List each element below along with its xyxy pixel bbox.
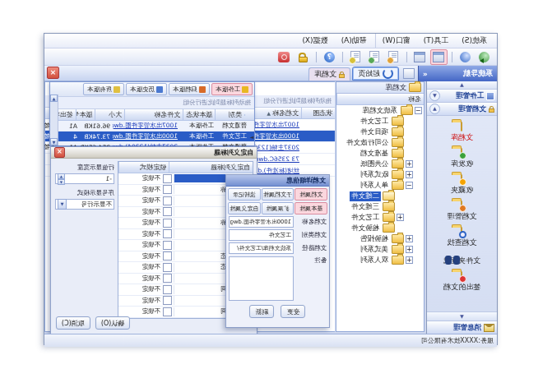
properties-tab-自定义属性[interactable]: 自定义属性 <box>228 202 261 214</box>
tree-node[interactable]: +美式系列 <box>336 244 424 255</box>
field-input[interactable]: 工艺文件 <box>229 229 294 241</box>
mdi-window-icon[interactable] <box>403 68 415 79</box>
tree-node[interactable]: 基准文档 <box>336 148 424 159</box>
globe-go-button[interactable] <box>476 49 493 65</box>
window-cascade-button[interactable] <box>430 49 448 65</box>
field-input[interactable]: 系统文档库/工艺文件/ <box>229 242 294 254</box>
lock-checkbox[interactable] <box>163 174 172 183</box>
properties-tab-扩展属性[interactable]: 扩展属性 <box>262 202 295 214</box>
menu-item[interactable]: 系统(S) <box>455 34 494 48</box>
remark-textarea[interactable] <box>229 256 294 301</box>
tree-node[interactable]: 公司行政文件 <box>336 137 424 148</box>
scroll-down-arrow-icon[interactable]: ▼ <box>50 138 58 145</box>
lock-button[interactable] <box>295 49 312 65</box>
sidebar-group-文档管理[interactable]: 文档管理▲ <box>427 103 497 116</box>
sidebar-item-文件夹查找[interactable]: 文件夹查找 <box>427 251 497 270</box>
version-col-版本号[interactable]: 版本号 <box>76 109 95 120</box>
lock-checkbox[interactable] <box>163 296 172 305</box>
seq-mode-select[interactable]: 不显示行号 ▼ <box>55 199 114 210</box>
doc-edit-button[interactable] <box>385 49 402 65</box>
tree-node[interactable]: −系统文档库 <box>336 105 424 116</box>
lock-checkbox[interactable] <box>163 207 172 216</box>
tree-node[interactable]: +公共图纸 <box>336 159 424 169</box>
lock-checkbox[interactable] <box>163 274 172 283</box>
help-ball-button[interactable]: ? <box>321 49 338 65</box>
expand-icon[interactable]: + <box>406 246 413 253</box>
change-button[interactable]: 变更 <box>281 305 306 318</box>
sidebar-group-工作管理[interactable]: 工作管理▼ <box>427 90 497 103</box>
expand-icon[interactable]: + <box>397 214 404 221</box>
properties-title-bar[interactable]: 文档详细信息 <box>226 175 329 187</box>
lock-checkbox[interactable] <box>163 185 172 194</box>
version-row[interactable]: ►工艺文件工作版本1000出水管零件图.dwg73.74KB4未签出 <box>50 131 254 142</box>
chevron-down-icon[interactable]: ▼ <box>58 199 67 210</box>
lock-checkbox[interactable] <box>163 219 172 228</box>
sidebar-scroll-up[interactable]: ▲ <box>427 81 497 90</box>
doc-new-button[interactable] <box>347 49 364 65</box>
version-col-大小[interactable]: 大小 <box>95 109 124 120</box>
tree-node[interactable]: 工艺文件 <box>336 116 424 127</box>
tab-起始页[interactable]: 起始页 <box>352 67 399 81</box>
lock-checkbox[interactable] <box>163 307 172 316</box>
close-icon[interactable]: × <box>54 147 65 158</box>
properties-tab-基本属性[interactable]: 基本属性 <box>295 202 327 214</box>
ok-button[interactable]: 确认(O) <box>95 316 131 330</box>
chevron-up-icon[interactable]: ▲ <box>429 104 440 114</box>
sidebar-item-签出的文档[interactable]: 签出的文档 <box>427 270 497 296</box>
sidebar-item-文档库[interactable]: 文档库 <box>427 120 497 146</box>
expand-icon[interactable]: + <box>406 256 413 264</box>
version-filter-所有版本[interactable]: 所有版本 <box>83 83 124 95</box>
expand-icon[interactable]: + <box>406 171 413 178</box>
version-col-类别[interactable]: 类别 <box>215 109 244 120</box>
version-col-版本状态[interactable]: 版本状态 <box>183 109 215 120</box>
tree-column-header[interactable]: 名称 <box>336 94 424 105</box>
globe-button[interactable] <box>457 49 474 65</box>
tree-node[interactable]: +欧式系列 <box>336 169 424 180</box>
sidebar-item-文档查找[interactable]: 文档查找 <box>427 225 497 251</box>
sidebar-item-收发库[interactable]: 收发库 <box>427 146 497 173</box>
tree-node[interactable]: +检验报告 <box>336 233 424 244</box>
menu-item[interactable]: 数据(X) <box>295 34 334 48</box>
version-filter-工作版本[interactable]: 工作版本 <box>211 83 253 95</box>
tree-node[interactable]: −单人系列 <box>336 180 424 191</box>
menu-item[interactable]: 帮助(A) <box>335 34 374 48</box>
power-button[interactable] <box>276 49 293 65</box>
menu-item[interactable]: 工具(T) <box>417 34 456 48</box>
properties-tab-流转记录[interactable]: 流转记录 <box>228 188 261 201</box>
document-link[interactable]: 73 2356C.dwg <box>255 155 299 163</box>
tree-node[interactable]: 项目文件 <box>336 127 424 137</box>
spinner-icons[interactable]: ▲▼ <box>58 173 65 185</box>
tree-node[interactable]: +双人系列 <box>336 255 424 265</box>
tree-node[interactable]: +工艺文件 <box>336 212 424 223</box>
collapse-sidebar-icon[interactable]: « <box>423 70 428 78</box>
version-filter-历史版本[interactable]: 历史版本 <box>126 83 167 95</box>
version-row[interactable]: 普通文档工作版本1007出水管零件图.dwg96.61KBA1未签出 <box>50 121 254 131</box>
row-height-stepper[interactable]: -1 ▲▼ <box>55 173 114 184</box>
doc-open-button[interactable] <box>366 49 383 65</box>
lock-checkbox[interactable] <box>163 285 172 294</box>
sidebar-item-收藏夹[interactable]: 收藏夹 <box>427 173 497 199</box>
version-filter-归档版本[interactable]: 归档版本 <box>169 83 210 95</box>
menu-item[interactable]: 窗口(W) <box>375 34 417 48</box>
version-col-文件名称[interactable]: 文件名称 <box>124 109 183 120</box>
tree-node[interactable]: 三维文件 <box>336 201 424 212</box>
tab-文档库[interactable]: 文档库 <box>309 67 350 81</box>
vertical-scrollbar[interactable]: ▲ ▼ <box>50 95 58 145</box>
lock-checkbox[interactable] <box>163 318 172 319</box>
lock-checkbox[interactable] <box>163 251 172 261</box>
field-input[interactable]: 1000出水管零件图.dwg <box>229 216 294 228</box>
tree-node[interactable]: 检验文件 <box>336 223 424 233</box>
lock-checkbox[interactable] <box>163 263 172 272</box>
expand-icon[interactable]: + <box>406 160 413 168</box>
window-tile-button[interactable] <box>411 49 429 65</box>
dialog-title-bar[interactable]: 自定义列标题 × <box>51 147 257 159</box>
refresh-button[interactable]: 刷新 <box>250 305 275 318</box>
lock-checkbox[interactable] <box>163 241 172 250</box>
nav-header[interactable]: 系统导航 « <box>418 66 497 81</box>
expand-icon[interactable]: + <box>406 235 413 242</box>
collapse-icon[interactable]: − <box>415 107 422 114</box>
sidebar-item-文档管理[interactable]: 文档管理 <box>427 199 497 225</box>
cancel-button[interactable]: 取消(C) <box>56 316 90 330</box>
tree-node[interactable]: 二维文件 <box>336 191 424 201</box>
lock-checkbox[interactable] <box>163 196 172 205</box>
